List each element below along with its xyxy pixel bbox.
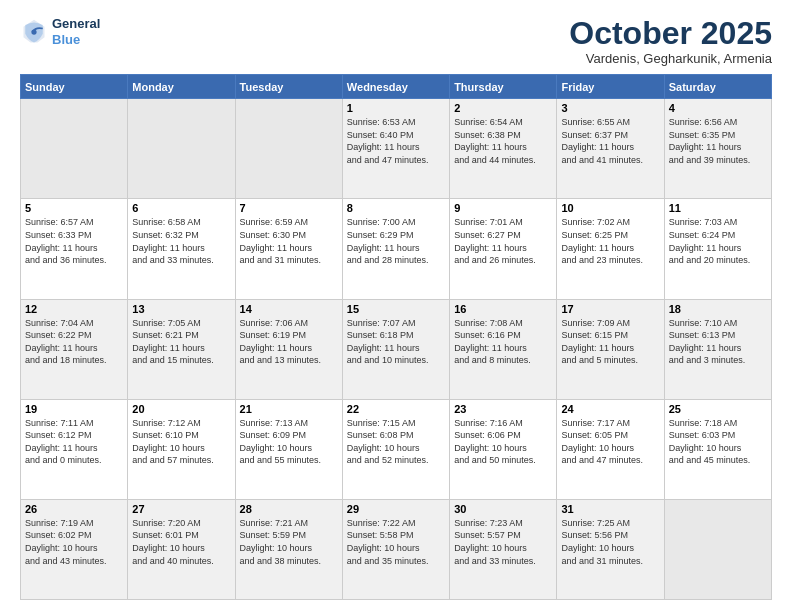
cell-date-number: 23 <box>454 403 552 415</box>
daylight-minutes: and and 36 minutes. <box>25 255 107 265</box>
cell-info: Sunrise: 7:09 AMSunset: 6:15 PMDaylight:… <box>561 317 659 367</box>
cell-date-number: 30 <box>454 503 552 515</box>
daylight-hours: Daylight: 10 hours <box>240 443 313 453</box>
page: General Blue October 2025 Vardenis, Gegh… <box>0 0 792 612</box>
calendar-cell: 27Sunrise: 7:20 AMSunset: 6:01 PMDayligh… <box>128 499 235 599</box>
sunset-text: Sunset: 6:24 PM <box>669 230 736 240</box>
calendar-cell: 18Sunrise: 7:10 AMSunset: 6:13 PMDayligh… <box>664 299 771 399</box>
daylight-hours: Daylight: 11 hours <box>561 243 634 253</box>
sunrise-text: Sunrise: 7:12 AM <box>132 418 201 428</box>
daylight-minutes: and and 26 minutes. <box>454 255 536 265</box>
sunset-text: Sunset: 6:02 PM <box>25 530 92 540</box>
calendar-cell: 20Sunrise: 7:12 AMSunset: 6:10 PMDayligh… <box>128 399 235 499</box>
calendar-week-row: 19Sunrise: 7:11 AMSunset: 6:12 PMDayligh… <box>21 399 772 499</box>
sunset-text: Sunset: 5:58 PM <box>347 530 414 540</box>
calendar-cell: 29Sunrise: 7:22 AMSunset: 5:58 PMDayligh… <box>342 499 449 599</box>
daylight-hours: Daylight: 10 hours <box>561 543 634 553</box>
calendar-cell: 14Sunrise: 7:06 AMSunset: 6:19 PMDayligh… <box>235 299 342 399</box>
daylight-hours: Daylight: 11 hours <box>669 243 742 253</box>
sunset-text: Sunset: 6:13 PM <box>669 330 736 340</box>
sunset-text: Sunset: 6:01 PM <box>132 530 199 540</box>
cell-date-number: 29 <box>347 503 445 515</box>
cell-info: Sunrise: 6:58 AMSunset: 6:32 PMDaylight:… <box>132 216 230 266</box>
calendar-cell: 8Sunrise: 7:00 AMSunset: 6:29 PMDaylight… <box>342 199 449 299</box>
logo-text: General Blue <box>52 16 100 47</box>
calendar-cell <box>21 99 128 199</box>
daylight-hours: Daylight: 10 hours <box>347 543 420 553</box>
calendar-cell: 16Sunrise: 7:08 AMSunset: 6:16 PMDayligh… <box>450 299 557 399</box>
calendar-cell: 10Sunrise: 7:02 AMSunset: 6:25 PMDayligh… <box>557 199 664 299</box>
sunset-text: Sunset: 6:10 PM <box>132 430 199 440</box>
daylight-hours: Daylight: 11 hours <box>561 142 634 152</box>
daylight-minutes: and and 31 minutes. <box>561 556 643 566</box>
cell-info: Sunrise: 7:06 AMSunset: 6:19 PMDaylight:… <box>240 317 338 367</box>
calendar-cell: 17Sunrise: 7:09 AMSunset: 6:15 PMDayligh… <box>557 299 664 399</box>
calendar-cell <box>664 499 771 599</box>
daylight-minutes: and and 47 minutes. <box>561 455 643 465</box>
sunrise-text: Sunrise: 7:07 AM <box>347 318 416 328</box>
cell-info: Sunrise: 6:53 AMSunset: 6:40 PMDaylight:… <box>347 116 445 166</box>
sunrise-text: Sunrise: 7:13 AM <box>240 418 309 428</box>
sunset-text: Sunset: 6:35 PM <box>669 130 736 140</box>
calendar-cell <box>235 99 342 199</box>
cell-info: Sunrise: 6:59 AMSunset: 6:30 PMDaylight:… <box>240 216 338 266</box>
sunrise-text: Sunrise: 7:09 AM <box>561 318 630 328</box>
sunrise-text: Sunrise: 7:19 AM <box>25 518 94 528</box>
daylight-hours: Daylight: 11 hours <box>454 343 527 353</box>
sunset-text: Sunset: 6:05 PM <box>561 430 628 440</box>
cell-date-number: 10 <box>561 202 659 214</box>
svg-point-1 <box>31 29 36 34</box>
logo-icon <box>20 18 48 46</box>
daylight-hours: Daylight: 11 hours <box>132 343 205 353</box>
daylight-minutes: and and 44 minutes. <box>454 155 536 165</box>
cell-info: Sunrise: 7:07 AMSunset: 6:18 PMDaylight:… <box>347 317 445 367</box>
cell-date-number: 15 <box>347 303 445 315</box>
sunset-text: Sunset: 6:03 PM <box>669 430 736 440</box>
weekday-header: Friday <box>557 75 664 99</box>
calendar-cell: 1Sunrise: 6:53 AMSunset: 6:40 PMDaylight… <box>342 99 449 199</box>
daylight-minutes: and and 55 minutes. <box>240 455 322 465</box>
calendar-cell: 7Sunrise: 6:59 AMSunset: 6:30 PMDaylight… <box>235 199 342 299</box>
calendar-cell: 11Sunrise: 7:03 AMSunset: 6:24 PMDayligh… <box>664 199 771 299</box>
sunrise-text: Sunrise: 7:02 AM <box>561 217 630 227</box>
calendar-cell: 5Sunrise: 6:57 AMSunset: 6:33 PMDaylight… <box>21 199 128 299</box>
location: Vardenis, Gegharkunik, Armenia <box>569 51 772 66</box>
cell-info: Sunrise: 7:21 AMSunset: 5:59 PMDaylight:… <box>240 517 338 567</box>
daylight-minutes: and and 8 minutes. <box>454 355 531 365</box>
sunrise-text: Sunrise: 7:21 AM <box>240 518 309 528</box>
cell-date-number: 11 <box>669 202 767 214</box>
daylight-minutes: and and 38 minutes. <box>240 556 322 566</box>
weekday-header: Monday <box>128 75 235 99</box>
sunrise-text: Sunrise: 7:18 AM <box>669 418 738 428</box>
daylight-hours: Daylight: 11 hours <box>669 142 742 152</box>
cell-info: Sunrise: 7:16 AMSunset: 6:06 PMDaylight:… <box>454 417 552 467</box>
daylight-hours: Daylight: 10 hours <box>454 543 527 553</box>
weekday-header: Thursday <box>450 75 557 99</box>
cell-date-number: 16 <box>454 303 552 315</box>
daylight-hours: Daylight: 10 hours <box>132 543 205 553</box>
daylight-hours: Daylight: 11 hours <box>132 243 205 253</box>
cell-date-number: 2 <box>454 102 552 114</box>
daylight-hours: Daylight: 11 hours <box>25 443 98 453</box>
sunrise-text: Sunrise: 7:20 AM <box>132 518 201 528</box>
sunset-text: Sunset: 6:40 PM <box>347 130 414 140</box>
sunset-text: Sunset: 6:16 PM <box>454 330 521 340</box>
cell-info: Sunrise: 7:00 AMSunset: 6:29 PMDaylight:… <box>347 216 445 266</box>
calendar-cell: 25Sunrise: 7:18 AMSunset: 6:03 PMDayligh… <box>664 399 771 499</box>
cell-info: Sunrise: 7:12 AMSunset: 6:10 PMDaylight:… <box>132 417 230 467</box>
cell-info: Sunrise: 7:18 AMSunset: 6:03 PMDaylight:… <box>669 417 767 467</box>
cell-info: Sunrise: 7:08 AMSunset: 6:16 PMDaylight:… <box>454 317 552 367</box>
sunset-text: Sunset: 6:29 PM <box>347 230 414 240</box>
cell-info: Sunrise: 7:03 AMSunset: 6:24 PMDaylight:… <box>669 216 767 266</box>
sunset-text: Sunset: 6:33 PM <box>25 230 92 240</box>
cell-date-number: 28 <box>240 503 338 515</box>
cell-info: Sunrise: 7:11 AMSunset: 6:12 PMDaylight:… <box>25 417 123 467</box>
daylight-hours: Daylight: 10 hours <box>454 443 527 453</box>
daylight-hours: Daylight: 11 hours <box>25 243 98 253</box>
calendar-cell: 12Sunrise: 7:04 AMSunset: 6:22 PMDayligh… <box>21 299 128 399</box>
weekday-header: Wednesday <box>342 75 449 99</box>
sunrise-text: Sunrise: 7:22 AM <box>347 518 416 528</box>
month-title: October 2025 <box>569 16 772 51</box>
cell-info: Sunrise: 7:17 AMSunset: 6:05 PMDaylight:… <box>561 417 659 467</box>
daylight-minutes: and and 33 minutes. <box>454 556 536 566</box>
